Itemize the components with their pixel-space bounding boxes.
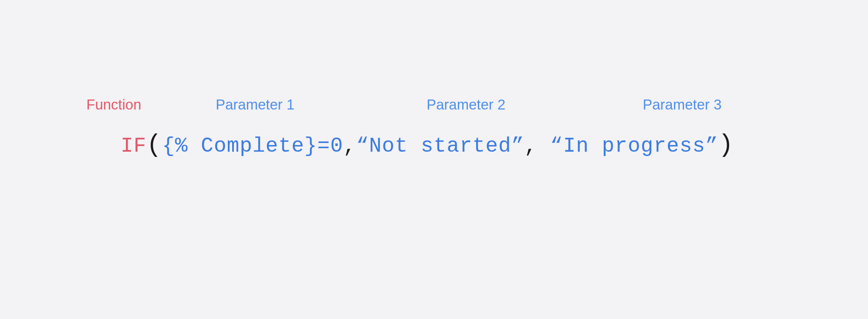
open-paren: (: [147, 131, 162, 159]
function-label: Function: [86, 96, 141, 113]
comma-separator: ,: [343, 134, 356, 158]
close-paren: ): [718, 131, 734, 159]
formula-anatomy-diagram: Function Parameter 1 Parameter 2 Paramet…: [0, 0, 868, 319]
parameter-1-value: {% Complete}=0: [162, 134, 343, 158]
space: [537, 134, 550, 158]
parameter-2-label: Parameter 2: [427, 96, 506, 113]
parameter-3-label: Parameter 3: [643, 96, 722, 113]
comma-separator: ,: [524, 134, 537, 158]
function-name: IF: [121, 134, 147, 158]
parameter-2-value: “Not started”: [356, 134, 524, 158]
parameter-1-label: Parameter 1: [216, 96, 295, 113]
formula-expression: IF({% Complete}=0,“Not started”, “In pro…: [121, 132, 734, 160]
parameter-3-value: “In progress”: [550, 134, 718, 158]
